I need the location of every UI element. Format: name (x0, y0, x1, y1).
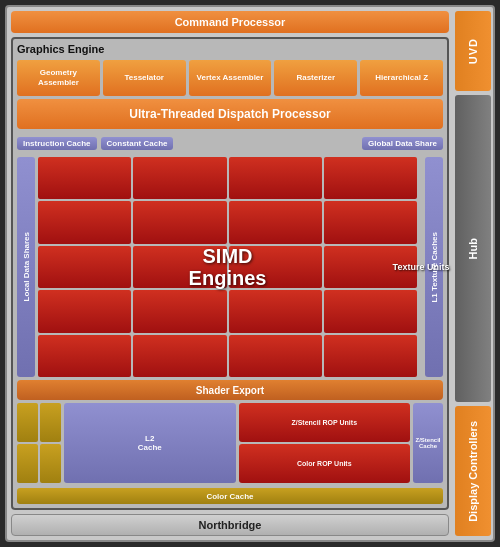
simd-cell (133, 290, 226, 332)
simd-cell (133, 157, 226, 199)
constant-cache: Constant Cache (101, 137, 174, 150)
simd-cell (38, 246, 131, 288)
right-bars: UVD Hub Display Controllers (455, 11, 491, 536)
rop-units-area: Z/Stencil ROP Units Color ROP Units (239, 403, 411, 483)
hub-label: Hub (467, 238, 479, 259)
hierarchical-z: Hierarchical Z (360, 60, 443, 96)
vertex-assembler: Vertex Assembler (189, 60, 272, 96)
simd-cell (38, 335, 131, 377)
graphics-engine-box: Graphics Engine Geometry Assembler Tesse… (11, 37, 449, 510)
simd-cell (229, 157, 322, 199)
local-data-shares-label: Local Data Shares (22, 232, 31, 301)
simd-cell (38, 157, 131, 199)
l2-cache: L2 Cache (64, 403, 236, 483)
utdp: Ultra-Threaded Dispatch Processor (17, 99, 443, 129)
rop-left-cell (40, 403, 61, 442)
hub-bar: Hub (455, 95, 491, 402)
cache-row: Instruction Cache Constant Cache Global … (17, 132, 443, 154)
simd-engines-block: SIMD Engines (38, 157, 417, 377)
shader-export: Shader Export (17, 380, 443, 400)
simd-cell (324, 157, 417, 199)
main-container: UVD Hub Display Controllers Command Proc… (5, 5, 495, 542)
northbridge: Northbridge (11, 514, 449, 536)
simd-cell (229, 201, 322, 243)
global-data-share: Global Data Share (362, 137, 443, 150)
z-stencil-rop: Z/Stencil ROP Units (239, 403, 411, 442)
texture-units-area: Texture Units (420, 157, 422, 377)
left-content: Command Processor Graphics Engine Geomet… (11, 11, 449, 536)
z-stencil-cache: Z/Stencil Cache (413, 403, 443, 483)
bottom-area: L2 Cache Z/Stencil ROP Units Color ROP U… (17, 403, 443, 483)
rasterizer: Rasterizer (274, 60, 357, 96)
simd-cell (38, 201, 131, 243)
color-rop: Color ROP Units (239, 444, 411, 483)
display-label: Display Controllers (467, 421, 479, 522)
rop-left-cell (17, 403, 38, 442)
simd-area: Local Data Shares (17, 157, 443, 377)
simd-cell (324, 201, 417, 243)
graphics-engine-label: Graphics Engine (17, 43, 443, 55)
instruction-cache: Instruction Cache (17, 137, 97, 150)
simd-cell (324, 290, 417, 332)
l1-caches-label: L1 Texture Caches (430, 232, 439, 303)
simd-cell (133, 246, 226, 288)
texture-units-label: Texture Units (393, 262, 450, 272)
simd-cell (229, 290, 322, 332)
uvd-label: UVD (467, 38, 479, 64)
simd-cell (133, 201, 226, 243)
simd-cell (229, 246, 322, 288)
display-bar: Display Controllers (455, 406, 491, 536)
rop-left-cell (17, 444, 38, 483)
tesselator: Tesselator (103, 60, 186, 96)
color-cache: Color Cache (17, 488, 443, 504)
simd-cell (133, 335, 226, 377)
simd-cell (229, 335, 322, 377)
pipeline-row: Geometry Assembler Tesselator Vertex Ass… (17, 60, 443, 96)
uvd-bar: UVD (455, 11, 491, 91)
rop-left-cells (17, 403, 61, 483)
simd-cell (324, 335, 417, 377)
geometry-assembler: Geometry Assembler (17, 60, 100, 96)
local-data-shares: Local Data Shares (17, 157, 35, 377)
command-processor: Command Processor (11, 11, 449, 33)
simd-cell (38, 290, 131, 332)
rop-left-cell (40, 444, 61, 483)
simd-grid (38, 157, 417, 377)
